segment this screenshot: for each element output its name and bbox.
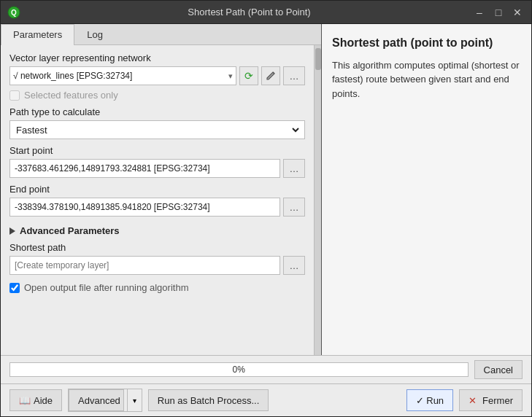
- minimize-button[interactable]: –: [471, 4, 487, 20]
- window-controls: – □ ✕: [471, 4, 525, 20]
- params-scrollbar[interactable]: [314, 45, 321, 355]
- svg-text:Q: Q: [11, 9, 17, 17]
- start-point-row: …: [9, 159, 305, 178]
- run-button[interactable]: ✓ Run: [406, 389, 453, 411]
- titlebar: Q Shortest Path (Point to Point) – □ ✕: [1, 1, 531, 24]
- end-point-dots-button[interactable]: …: [283, 198, 305, 217]
- advanced-dropdown-arrow[interactable]: ▾: [127, 389, 142, 411]
- shortest-path-dots-button[interactable]: …: [283, 256, 305, 275]
- params-scroll-area: Vector layer representing network √ netw…: [1, 45, 321, 355]
- progress-bar: 0%: [9, 362, 469, 377]
- progress-label: 0%: [10, 365, 468, 375]
- open-output-row: Open output file after running algorithm: [9, 282, 305, 293]
- network-layer-dots-button[interactable]: …: [283, 66, 305, 85]
- dialog-window: Q Shortest Path (Point to Point) – □ ✕ P…: [0, 0, 532, 417]
- params-area: Vector layer representing network √ netw…: [1, 45, 314, 355]
- advanced-button-group: Advanced ▾: [68, 389, 142, 412]
- dialog-title: Shortest Path (Point to Point): [27, 7, 471, 17]
- start-point-input[interactable]: [9, 159, 280, 178]
- advanced-triangle-icon: [9, 227, 15, 235]
- run-batch-button[interactable]: Run as Batch Process...: [148, 389, 269, 411]
- help-description: This algorithm computes optimal (shortes…: [332, 58, 521, 101]
- path-type-row: Fastest Shortest: [9, 120, 305, 139]
- close-button[interactable]: ✕: [509, 4, 525, 20]
- open-output-checkbox[interactable]: [9, 283, 20, 293]
- maximize-button[interactable]: □: [490, 4, 506, 20]
- shortest-path-label: Shortest path: [9, 242, 305, 253]
- network-layer-label: Vector layer representing network: [9, 52, 305, 63]
- help-title: Shortest path (point to point): [332, 36, 521, 51]
- open-output-label: Open output file after running algorithm: [24, 282, 188, 293]
- selected-features-checkbox[interactable]: [9, 90, 20, 101]
- path-type-select[interactable]: Fastest Shortest: [13, 121, 301, 139]
- close-icon: ✕: [469, 395, 477, 406]
- tab-parameters[interactable]: Parameters: [1, 24, 74, 45]
- end-point-label: End point: [9, 184, 305, 195]
- end-point-input[interactable]: [9, 198, 280, 217]
- tab-bar: Parameters Log: [1, 24, 321, 45]
- book-icon: 📖: [19, 395, 31, 406]
- right-panel: Shortest path (point to point) This algo…: [322, 24, 531, 355]
- network-layer-edit-button[interactable]: [261, 66, 280, 85]
- shortest-path-row: …: [9, 256, 305, 275]
- network-layer-arrow[interactable]: ▾: [228, 71, 233, 81]
- advanced-params-title: Advanced Parameters: [20, 225, 120, 236]
- selected-features-row: Selected features only: [9, 90, 305, 101]
- advanced-params-header[interactable]: Advanced Parameters: [9, 225, 305, 236]
- app-icon: Q: [7, 5, 21, 20]
- aide-button[interactable]: 📖 Aide: [9, 389, 62, 411]
- path-type-label: Path type to calculate: [9, 106, 305, 117]
- network-layer-value: √ network_lines [EPSG:32734]: [13, 71, 228, 81]
- selected-features-label: Selected features only: [24, 90, 118, 101]
- cancel-button[interactable]: Cancel: [474, 360, 523, 379]
- network-layer-refresh-button[interactable]: ⟳: [239, 66, 258, 85]
- left-panel: Parameters Log Vector layer representing…: [1, 24, 322, 355]
- start-point-label: Start point: [9, 145, 305, 156]
- main-content: Parameters Log Vector layer representing…: [1, 24, 531, 355]
- start-point-dots-button[interactable]: …: [283, 159, 305, 178]
- tab-log[interactable]: Log: [74, 24, 115, 44]
- scrollbar-thumb: [315, 48, 321, 70]
- fermer-button[interactable]: ✕Fermer: [459, 389, 523, 411]
- advanced-button[interactable]: Advanced: [69, 389, 124, 411]
- shortest-path-input[interactable]: [9, 256, 280, 275]
- bottom-bar: 📖 Aide Advanced ▾ Run as Batch Process..…: [1, 383, 531, 416]
- network-layer-row: √ network_lines [EPSG:32734] ▾ ⟳ …: [9, 66, 305, 85]
- progress-area: 0% Cancel: [1, 355, 531, 383]
- end-point-row: …: [9, 198, 305, 217]
